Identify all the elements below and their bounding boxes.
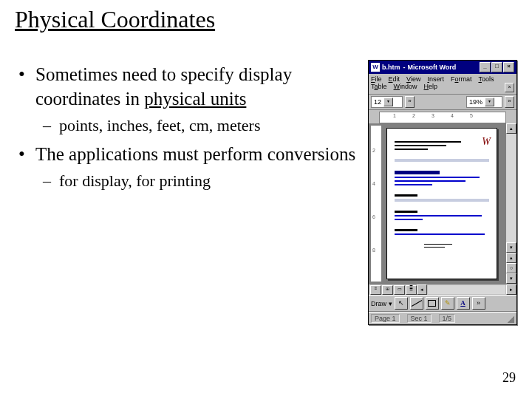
menu-view[interactable]: View [406,75,420,83]
browse-prev-icon[interactable]: ▴ [506,253,516,263]
bullet-2: The applications must perform conversion… [15,143,362,192]
toolbar-more-2[interactable]: » [505,96,514,108]
print-view-icon[interactable]: ▭ [394,285,405,295]
resize-grip-icon[interactable] [505,314,514,323]
menu-bar: File Edit View Insert Format Tools Table… [369,74,516,95]
minimize-button[interactable]: _ [480,62,491,72]
bullet-1: Sometimes need to specify display coordi… [15,63,362,137]
word-app-screenshot: W b.htm - Microsoft Word _ □ × File Edit… [368,60,517,325]
bullet-1-sub: points, inches, feet, cm, meters [35,115,362,137]
rectangle-tool-icon[interactable] [426,297,439,310]
menu-help[interactable]: Help [424,83,438,92]
menu-table[interactable]: Table [371,83,387,92]
horizontal-ruler[interactable]: 1 2 3 4 5 [379,112,506,123]
scroll-down-icon[interactable]: ▾ [506,242,516,253]
formatting-toolbar: 12 ▾ » 19% ▾ » [369,95,516,110]
scroll-right-icon[interactable]: ▸ [506,284,516,295]
font-size-combo[interactable]: 12 ▾ [371,96,403,108]
draw-more-icon[interactable]: » [472,297,485,310]
doc-name: b.htm [382,64,400,71]
status-section: Sec 1 [407,314,432,323]
menu-edit[interactable]: Edit [389,75,400,83]
status-position: 1/5 [439,314,456,323]
app-name: Microsoft Word [408,64,457,71]
fill-color-icon[interactable]: ✎ [441,297,454,310]
drawing-toolbar: Draw ▾ ↖ ✎ A » [369,295,516,312]
menu-format[interactable]: Format [451,75,472,83]
word-doc-icon: W [371,63,380,72]
horizontal-scrollbar[interactable]: ≡ ⊞ ▭ ≣ ◂ ▸ [369,284,516,295]
outline-view-icon[interactable]: ≣ [406,285,417,295]
draw-menu[interactable]: Draw ▾ [371,300,392,307]
titlebar: W b.htm - Microsoft Word _ □ × [369,61,516,74]
normal-view-icon[interactable]: ≡ [370,285,381,295]
status-page: Page 1 [371,314,400,323]
status-bar: Page 1 Sec 1 1/5 [369,312,516,324]
browse-next-icon[interactable]: ▾ [506,273,516,284]
mdi-close-button[interactable]: × [505,83,514,92]
scroll-up-icon[interactable]: ▴ [506,123,516,134]
menu-window[interactable]: Window [394,83,417,92]
menu-file[interactable]: File [371,75,382,83]
bullet-2-sub: for display, for printing [35,171,362,192]
slide-title: Physical Coordinates [15,6,517,33]
zoom-combo[interactable]: 19% ▾ [466,96,502,108]
vertical-scrollbar[interactable]: ▴ ▾ ▴ ○ ▾ [505,123,516,284]
close-button[interactable]: × [503,62,514,72]
font-color-icon[interactable]: A [457,297,470,310]
menu-tools[interactable]: Tools [478,75,494,83]
web-view-icon[interactable]: ⊞ [382,285,393,295]
scroll-left-icon[interactable]: ◂ [417,284,427,295]
document-canvas[interactable]: W [382,123,505,284]
document-page: W [386,128,497,279]
toolbar-more-1[interactable]: » [405,96,415,108]
slide-page-number: 29 [502,370,516,386]
select-arrow-icon[interactable]: ↖ [395,297,408,310]
browse-object-icon[interactable]: ○ [506,263,516,273]
vertical-ruler[interactable]: 2 4 6 8 [370,125,382,282]
header-logo: W [473,136,491,149]
chevron-down-icon[interactable]: ▾ [485,98,494,106]
menu-insert[interactable]: Insert [427,75,444,83]
chevron-down-icon[interactable]: ▾ [383,98,393,106]
bullet-list: Sometimes need to specify display coordi… [15,63,368,198]
line-tool-icon[interactable] [410,297,423,310]
maximize-button[interactable]: □ [491,62,502,72]
